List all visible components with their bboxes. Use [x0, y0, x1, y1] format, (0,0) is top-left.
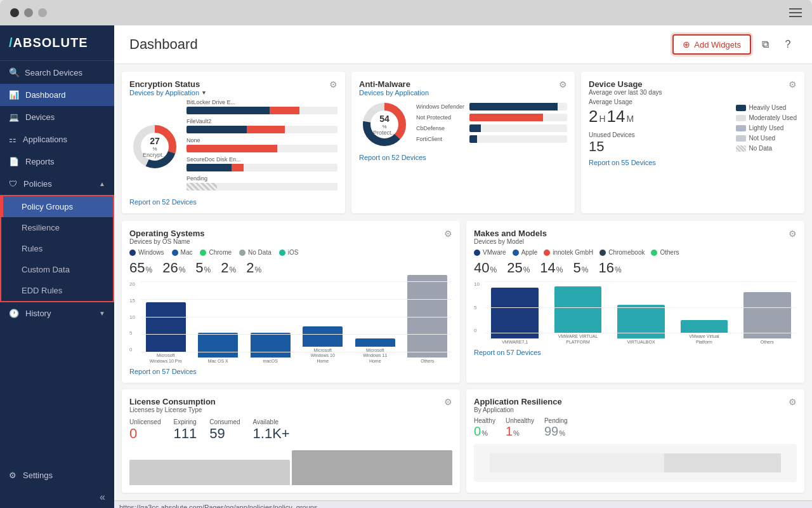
- device-usage-widget: Device Usage Average over last 30 days ⚙…: [581, 72, 804, 213]
- sidebar-item-reports[interactable]: 📄 Reports: [0, 150, 114, 173]
- ios-dot: [279, 250, 285, 256]
- os-pct-ios-val: 2: [246, 260, 254, 276]
- makes-pct-vmware: 40 %: [474, 260, 497, 276]
- os-legend-mac: Mac: [172, 249, 193, 256]
- enc-bar-item-2: FileVault2: [187, 118, 337, 133]
- hamburger-menu[interactable]: [789, 8, 802, 17]
- chromebook-label: Chromebook: [608, 249, 645, 256]
- makes-bar-label-5: Others: [761, 340, 774, 345]
- os-report-link[interactable]: Report on 57 Devices: [129, 368, 452, 375]
- legend-heavily-used: Heavily Used: [736, 104, 797, 111]
- avg-usage-label: Average Usage: [589, 98, 730, 105]
- enc-report-link[interactable]: Report on 52 Devices: [129, 198, 337, 206]
- makes-bars-area: VMWARE7,1 VMWARE VIRTUALPLATFORM VIRTUAL…: [485, 281, 797, 345]
- moderately-used-label: Moderately Used: [749, 114, 797, 121]
- os-gear-icon[interactable]: ⚙: [444, 229, 452, 239]
- malware-gear-icon[interactable]: ⚙: [559, 79, 567, 90]
- makes-bar-label-3: VIRTUALBOX: [627, 340, 655, 345]
- makes-report-link[interactable]: Report on 57 Devices: [474, 349, 797, 356]
- license-expiring: Expiring 111: [173, 418, 197, 442]
- sidebar-item-policy-groups[interactable]: Policy Groups: [1, 196, 113, 217]
- makes-gear-icon[interactable]: ⚙: [789, 229, 797, 239]
- avg-hours: 2: [589, 107, 598, 126]
- makes-pct-innotek-sym: %: [556, 265, 563, 274]
- nodata-dot: [239, 250, 246, 256]
- enc-bar-label-1: BitLocker Drive E...: [187, 99, 250, 105]
- mac-dot: [172, 250, 178, 256]
- enc-title: Encryption Status: [129, 79, 207, 89]
- consumed-label: Consumed: [209, 418, 240, 425]
- sidebar-item-devices[interactable]: 💻 Devices: [0, 106, 114, 128]
- legend-no-data: No Data: [736, 145, 797, 152]
- maximize-button[interactable]: [38, 8, 47, 17]
- os-bar-rect-2: [198, 333, 238, 358]
- sidebar-item-applications[interactable]: ⚏ Applications: [0, 128, 114, 150]
- layers-icon[interactable]: ⧉: [756, 36, 774, 53]
- makes-bar-label-2: VMWARE VIRTUALPLATFORM: [558, 334, 598, 345]
- middle-widgets-row: Operating Systems Devices by OS Name ⚙ W…: [114, 221, 812, 383]
- makes-legend-innotek: innotek GmbH: [544, 249, 593, 256]
- unlicensed-label: Unlicensed: [129, 418, 160, 425]
- healthy-value: 0 %: [474, 424, 495, 439]
- minimize-button[interactable]: [24, 8, 33, 17]
- unhealthy-label: Unhealthy: [506, 417, 534, 424]
- collapse-sidebar-button[interactable]: «: [0, 486, 114, 508]
- os-bar-label-4: MicrosoftWindows 10Home: [311, 348, 335, 364]
- malware-subtitle[interactable]: Devices by Application: [359, 89, 429, 97]
- enc-bar-item: BitLocker Drive E...: [187, 99, 337, 114]
- devices-label: Devices: [25, 112, 55, 122]
- logo: /ABSOLUTE: [9, 36, 88, 50]
- search-devices[interactable]: 🔍 Search Devices: [0, 61, 114, 84]
- close-button[interactable]: [10, 8, 19, 17]
- os-widget-header: Operating Systems Devices by OS Name ⚙: [129, 229, 452, 245]
- moderately-used-color: [736, 115, 746, 121]
- search-icon: 🔍: [9, 67, 20, 77]
- makes-pct-others-sym: %: [615, 265, 622, 274]
- malware-report-link[interactable]: Report on 52 Devices: [359, 154, 567, 161]
- sidebar-item-settings[interactable]: ⚙ Settings: [0, 464, 114, 486]
- os-legend: Windows Mac Chrome No Data: [129, 249, 452, 256]
- sidebar-item-policies[interactable]: 🛡 Policies ▲: [0, 173, 114, 195]
- usage-report-link[interactable]: Report on 55 Devices: [589, 159, 797, 166]
- makes-bars: VMWARE7,1 VMWARE VIRTUALPLATFORM VIRTUAL…: [485, 281, 797, 345]
- makes-legend-apple: Apple: [513, 249, 538, 256]
- makes-bar-col-4: VMware VirtualPlatform: [674, 320, 733, 345]
- os-legend-nodata: No Data: [239, 249, 272, 256]
- license-gear-icon[interactable]: ⚙: [444, 397, 452, 407]
- makes-models-widget: Makes and Models Devices by Model ⚙ VMwa…: [466, 221, 804, 383]
- sidebar-item-rules[interactable]: Rules: [1, 238, 113, 259]
- add-widgets-button[interactable]: ⊕ Add Widgets: [672, 34, 751, 55]
- chevron-down-icon: ▼: [99, 310, 105, 317]
- enc-subtitle[interactable]: Devices by Application ▼: [129, 89, 207, 97]
- malware-bar-label-1: Windows Defender: [416, 104, 467, 110]
- top-header: Dashboard ⊕ Add Widgets ⧉ ?: [114, 25, 812, 64]
- usage-gear-icon[interactable]: ⚙: [789, 79, 797, 90]
- malware-bar-label-2: Not Protected: [416, 114, 467, 121]
- enc-bar-item-5: Pending: [187, 175, 337, 190]
- resilience-gear-icon[interactable]: ⚙: [789, 397, 797, 407]
- unused-devices-label: Unused Devices: [589, 131, 730, 138]
- malware-bar-label-3: CbDefense: [416, 125, 467, 131]
- available-val: 1.1K+: [253, 425, 290, 442]
- sidebar-item-resilience[interactable]: Resilience: [1, 217, 113, 238]
- os-title: Operating Systems: [129, 229, 205, 238]
- usage-split: Average Usage 2 H 14 M Unused Devices 15: [589, 98, 797, 155]
- sidebar-item-history[interactable]: 🕐 History ▼: [0, 302, 114, 324]
- sidebar-item-edd-rules[interactable]: EDD Rules: [1, 280, 113, 301]
- enc-gear-icon[interactable]: ⚙: [329, 79, 337, 90]
- pending-value: 99 %: [544, 424, 568, 439]
- page-title: Dashboard: [129, 36, 198, 53]
- innotek-dot: [544, 250, 550, 256]
- not-used-color: [736, 135, 746, 142]
- legend-moderately-used: Moderately Used: [736, 114, 797, 121]
- sidebar-item-custom-data[interactable]: Custom Data: [1, 259, 113, 280]
- sidebar-item-dashboard[interactable]: 📊 Dashboard: [0, 84, 114, 106]
- heavily-used-label: Heavily Used: [749, 104, 786, 111]
- help-icon[interactable]: ?: [779, 36, 797, 53]
- os-bars: MicrosoftWindows 10 Pro Mac OS X macOS: [141, 281, 452, 364]
- custom-data-label: Custom Data: [22, 265, 70, 274]
- makes-pct-apple: 25 %: [507, 260, 530, 276]
- os-pct-chrome: 5 %: [195, 260, 211, 276]
- apple-dot: [513, 250, 519, 256]
- devices-icon: 💻: [9, 112, 19, 122]
